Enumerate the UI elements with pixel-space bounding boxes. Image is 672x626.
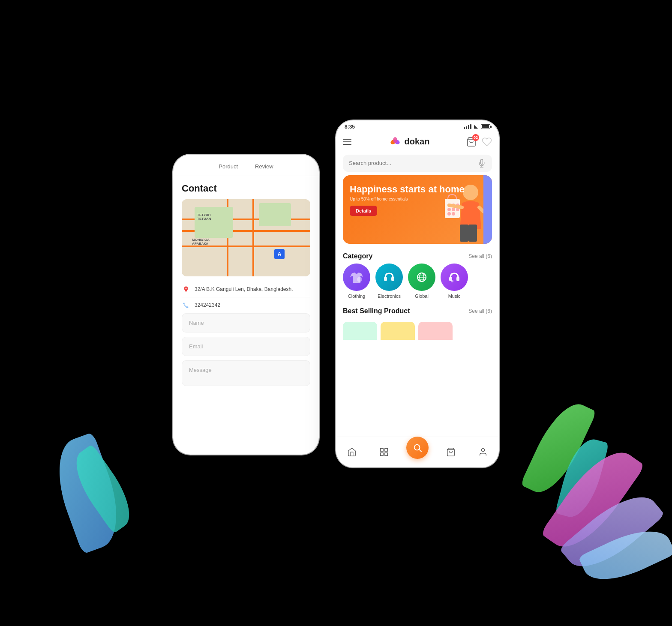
category-circle-music [441, 264, 468, 291]
phone-back: Porduct Review Contact ТЕTУЯ [173, 155, 319, 455]
best-selling-section-header: Best Selling Product See all (6) [336, 302, 499, 318]
battery-icon [481, 124, 490, 129]
svg-point-4 [393, 137, 397, 143]
location-icon [182, 285, 190, 294]
search-input[interactable] [349, 160, 474, 166]
category-item-global[interactable]: Global [408, 264, 435, 299]
phones-container: Porduct Review Contact ТЕTУЯ [173, 120, 499, 506]
best-selling-see-all[interactable]: See all (6) [468, 308, 492, 314]
best-selling-title: Best Selling Product [343, 307, 410, 315]
category-label-global: Global [415, 294, 429, 299]
svg-point-36 [481, 449, 484, 452]
electronics-icon [381, 269, 397, 285]
clothing-icon [348, 269, 365, 285]
feather-teal-right [555, 434, 609, 522]
music-icon [446, 269, 462, 285]
hamburger-line-1 [343, 139, 351, 140]
name-field[interactable]: Name [182, 313, 310, 332]
category-circle-electronics [375, 264, 403, 291]
feather-blue-left [45, 432, 131, 554]
category-item-electronics[interactable]: Electronics [375, 264, 403, 299]
grid-icon [379, 447, 389, 457]
map-container: ТЕTУЯНTETUAN МОНКЛОААРАБАКА A [182, 199, 310, 276]
feather-pink-right [540, 439, 645, 560]
category-see-all[interactable]: See all (6) [468, 253, 492, 259]
tab-product[interactable]: Porduct [219, 163, 238, 172]
promo-banner: Happiness starts at home Up to 50% off h… [343, 175, 492, 244]
hamburger-button[interactable] [343, 139, 351, 145]
feather-lightblue-right [578, 519, 672, 592]
svg-rect-31 [380, 453, 383, 455]
phone-icon [182, 301, 190, 309]
category-label-electronics: Electronics [378, 294, 401, 299]
wishlist-button[interactable] [482, 137, 492, 147]
tab-review[interactable]: Review [255, 163, 273, 172]
hamburger-line-2 [343, 141, 351, 142]
product-item-3[interactable] [418, 322, 453, 340]
svg-point-18 [357, 277, 362, 282]
contact-phone-item: 324242342 [182, 297, 310, 313]
category-title: Category [343, 252, 372, 260]
svg-rect-7 [460, 225, 468, 242]
status-icons: ◣ [464, 124, 490, 129]
banner-subtitle: Up to 50% off home essentials [350, 197, 485, 201]
back-phone-tabs: Porduct Review [173, 160, 319, 176]
map-marker: A [274, 249, 285, 259]
svg-rect-32 [384, 453, 387, 455]
svg-rect-20 [391, 277, 394, 281]
heart-icon [482, 137, 492, 147]
contact-address: 32/A B.K Ganguli Len, Dhaka, Bangladesh. [195, 286, 293, 292]
nav-home[interactable] [342, 443, 361, 461]
contact-section: Contact ТЕTУЯНTETUAN МОНКЛОААРАБАКА [173, 176, 319, 397]
logo-icon [388, 135, 402, 149]
svg-point-28 [451, 280, 453, 282]
microphone-icon [477, 159, 486, 168]
svg-point-0 [186, 288, 187, 289]
svg-rect-8 [468, 225, 477, 242]
profile-icon [478, 447, 488, 457]
svg-rect-29 [380, 449, 383, 451]
contact-address-item: 32/A B.K Ganguli Len, Dhaka, Bangladesh. [182, 282, 310, 297]
category-item-clothing[interactable]: Clothing [343, 264, 370, 299]
phone-front: 8:35 ◣ [336, 120, 499, 467]
feather-lavender-right [559, 482, 665, 581]
category-circle-global [408, 264, 435, 291]
cart-button[interactable]: 02 [466, 137, 477, 147]
product-item-1[interactable] [343, 322, 377, 340]
nav-search-fab[interactable] [406, 437, 429, 459]
time: 8:35 [345, 124, 355, 130]
dokan-logo: dokan [388, 135, 430, 149]
feather-green-right [520, 395, 597, 501]
app-title: dokan [405, 137, 430, 147]
wifi-icon: ◣ [474, 124, 477, 129]
category-label-music: Music [448, 294, 461, 299]
banner-text: Happiness starts at home Up to 50% off h… [350, 184, 485, 216]
nav-grid[interactable] [375, 443, 393, 461]
home-icon [347, 447, 357, 457]
contact-title: Contact [182, 183, 310, 194]
category-circle-clothing [343, 264, 370, 291]
bottom-nav [336, 437, 499, 467]
header-right: 02 [466, 137, 492, 147]
feather-teal-left [64, 444, 141, 534]
category-label-clothing: Clothing [348, 294, 365, 299]
nav-profile[interactable] [474, 443, 492, 461]
global-icon [414, 269, 430, 285]
svg-rect-27 [456, 277, 459, 281]
search-fab-icon [413, 443, 422, 452]
email-field[interactable]: Email [182, 337, 310, 356]
product-preview-row [336, 318, 499, 340]
svg-rect-30 [384, 449, 387, 451]
message-field[interactable]: Message [182, 360, 310, 386]
status-bar: 8:35 ◣ [336, 120, 499, 132]
banner-title: Happiness starts at home [350, 184, 485, 195]
category-item-music[interactable]: Music [441, 264, 468, 299]
cart-badge: 02 [472, 134, 479, 141]
product-item-2[interactable] [381, 322, 415, 340]
search-bar[interactable] [343, 155, 492, 172]
hamburger-line-3 [343, 144, 351, 145]
svg-line-34 [419, 449, 421, 452]
banner-details-button[interactable]: Details [350, 206, 377, 216]
nav-cart[interactable] [441, 443, 460, 461]
categories-row: Clothing Electronics [336, 264, 499, 302]
